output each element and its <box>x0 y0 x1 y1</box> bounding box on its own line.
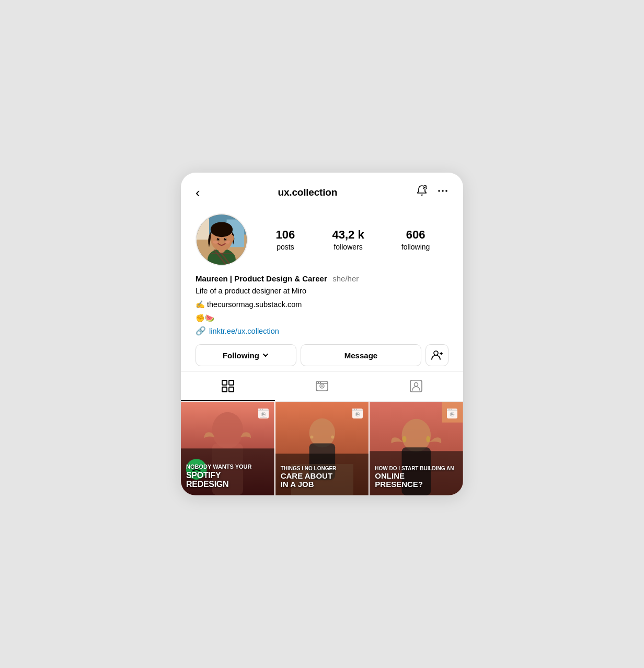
svg-point-2 <box>438 190 440 192</box>
svg-point-66 <box>427 436 431 443</box>
svg-point-4 <box>445 190 447 192</box>
reel-badge-1 <box>257 406 270 420</box>
posts-stat[interactable]: 106 posts <box>276 228 295 251</box>
following-label: Following <box>223 351 259 360</box>
svg-point-37 <box>320 382 321 383</box>
grid-text-lg-3: OnlinePresence? <box>375 472 458 489</box>
svg-point-51 <box>309 418 335 448</box>
header-actions <box>415 184 448 201</box>
action-buttons: Following Message <box>181 344 463 366</box>
add-person-icon <box>431 349 443 361</box>
grid-text-sm-3: How do I start building an <box>375 465 458 472</box>
reels-icon <box>315 379 329 393</box>
tab-tagged[interactable] <box>369 372 463 401</box>
reel-badge-2 <box>351 406 364 420</box>
bio-pronoun: she/her <box>332 274 359 283</box>
svg-point-63 <box>402 419 431 452</box>
tab-reels[interactable] <box>275 372 369 401</box>
message-label: Message <box>344 351 377 360</box>
grid-overlay-1: Nobody wants your SpotifyRedesign <box>181 457 274 495</box>
phone-card: ‹ ux.collection <box>181 173 463 495</box>
svg-point-39 <box>415 383 418 387</box>
stats-row: 106 posts 43,2 k followers 606 following <box>257 228 448 251</box>
svg-point-45 <box>260 409 261 410</box>
svg-point-22 <box>218 239 218 239</box>
link-text: linktr.ee/ux.collection <box>209 327 279 335</box>
svg-point-3 <box>442 190 444 192</box>
followers-label: followers <box>334 243 362 251</box>
grid-item-3[interactable]: How do I start building an OnlinePresenc… <box>370 402 463 495</box>
profile-link[interactable]: 🔗 linktr.ee/ux.collection <box>196 326 448 336</box>
svg-point-24 <box>213 241 218 244</box>
bio-line-1: Life of a product designer at Miro <box>196 286 448 297</box>
tab-grid[interactable] <box>181 372 275 401</box>
display-name: Maureen | Product Design & Career <box>196 274 327 283</box>
message-button[interactable]: Message <box>301 344 421 366</box>
grid-text-sm-2: Things I no longer <box>281 465 364 472</box>
svg-point-65 <box>402 436 407 443</box>
profile-section: 106 posts 43,2 k followers 606 following <box>181 208 463 266</box>
posts-label: posts <box>277 243 294 251</box>
svg-point-36 <box>318 382 319 383</box>
svg-rect-30 <box>229 380 234 385</box>
svg-point-35 <box>321 386 323 387</box>
back-button[interactable]: ‹ <box>196 186 200 199</box>
following-button[interactable]: Following <box>196 344 296 366</box>
profile-row: 106 posts 43,2 k followers 606 following <box>196 213 448 266</box>
link-icon: 🔗 <box>196 326 206 336</box>
bio-line-3: ✊🍉 <box>196 313 448 324</box>
tagged-icon <box>409 379 423 393</box>
followers-stat[interactable]: 43,2 k followers <box>332 228 364 251</box>
tabs-row <box>181 371 463 402</box>
grid-text-main-1: SpotifyRedesign <box>186 471 269 489</box>
followers-count: 43,2 k <box>332 228 364 242</box>
avatar[interactable] <box>196 213 248 266</box>
posts-count: 106 <box>276 228 295 242</box>
svg-point-58 <box>356 409 357 410</box>
svg-point-57 <box>354 409 355 410</box>
svg-point-46 <box>262 409 263 410</box>
svg-rect-31 <box>222 387 227 392</box>
grid-item-1[interactable]: Nobody wants your SpotifyRedesign <box>181 402 274 495</box>
content-grid: Nobody wants your SpotifyRedesign <box>181 402 463 495</box>
header: ‹ ux.collection <box>181 173 463 208</box>
svg-point-69 <box>448 409 450 410</box>
bio-name-row: Maureen | Product Design & Career she/he… <box>196 274 448 284</box>
chevron-down-icon <box>262 352 269 359</box>
grid-text-lg-2: care aboutin a job <box>281 472 364 489</box>
grid-icon <box>221 379 235 393</box>
svg-point-41 <box>212 412 244 448</box>
grid-item-2[interactable]: Things I no longer care aboutin a job <box>275 402 369 495</box>
profile-username: ux.collection <box>278 187 338 198</box>
svg-point-55 <box>331 436 334 439</box>
svg-point-20 <box>217 238 219 240</box>
following-stat[interactable]: 606 following <box>401 228 430 251</box>
following-label: following <box>401 243 430 251</box>
bio-section: Maureen | Product Design & Career she/he… <box>181 274 463 336</box>
svg-point-21 <box>224 238 226 240</box>
svg-point-26 <box>434 351 438 355</box>
svg-point-70 <box>451 409 452 410</box>
following-count: 606 <box>406 228 426 242</box>
more-options-icon[interactable] <box>437 185 448 200</box>
bio-line-2: ✍️ thecursormag.substack.com <box>196 299 448 311</box>
svg-rect-29 <box>222 380 227 385</box>
grid-overlay-3: How do I start building an OnlinePresenc… <box>370 459 463 495</box>
svg-point-54 <box>310 436 313 439</box>
svg-rect-9 <box>197 214 209 240</box>
svg-point-23 <box>225 239 226 239</box>
grid-overlay-2: Things I no longer care aboutin a job <box>275 459 369 495</box>
notification-bell-icon[interactable] <box>415 184 429 201</box>
add-person-button[interactable] <box>426 344 448 366</box>
reel-badge-3 <box>445 406 459 420</box>
grid-text-top-1: Nobody wants your <box>186 463 269 470</box>
svg-rect-32 <box>229 387 234 392</box>
